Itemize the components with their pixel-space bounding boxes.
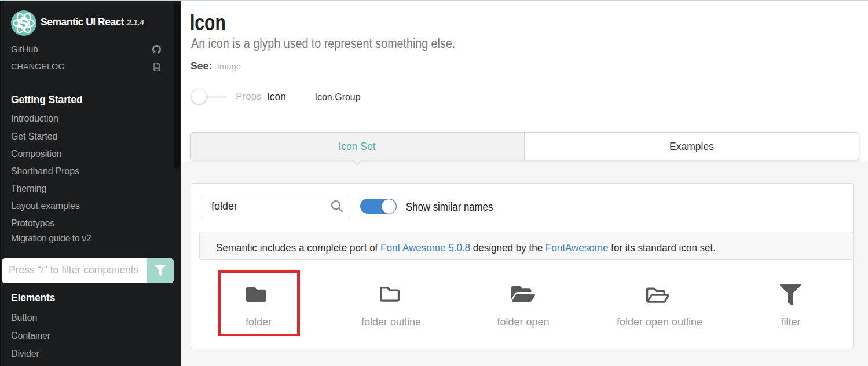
- svg-text:S: S: [19, 14, 28, 32]
